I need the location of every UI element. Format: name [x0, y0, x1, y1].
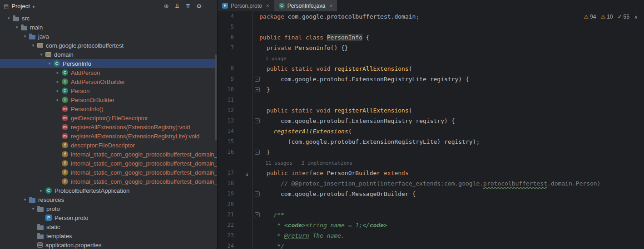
line-number[interactable]: 23 — [218, 230, 234, 241]
code-line[interactable]: 8 public static void registerAllExtensio… — [218, 63, 644, 74]
gutter[interactable] — [234, 230, 253, 241]
code-text[interactable]: // @@protoc_insertion_point(interface_ex… — [253, 178, 600, 189]
code-text[interactable]: com.google.protobuf.MessageOrBuilder { — [253, 189, 416, 199]
code-text[interactable]: public static void registerAllExtensions… — [253, 63, 412, 74]
tab-personinfo-java[interactable]: PersonInfo.java — [274, 0, 337, 11]
tree-item-addperson[interactable]: AddPerson — [0, 68, 217, 77]
chevron-right-icon[interactable] — [54, 70, 62, 75]
tree-item-internal-static-com-google-protocolbuffertest-domain-pe[interactable]: internal_static_com_google_protocolbuffe… — [0, 177, 217, 186]
chevron-up-icon[interactable] — [634, 14, 638, 20]
tree-item-templates[interactable]: templates — [0, 231, 217, 240]
tree-item-addpersonorbuilder[interactable]: AddPersonOrBuilder — [0, 77, 217, 86]
chevron-right-icon[interactable] — [54, 98, 62, 102]
line-number[interactable]: 22 — [218, 220, 234, 230]
chevron-right-icon[interactable] — [37, 188, 45, 193]
gutter[interactable] — [234, 84, 253, 95]
code-text[interactable]: * @return The name. — [253, 230, 345, 241]
tree-item-protocolbuffertestapplication[interactable]: ProtocolbuffertestApplication — [0, 186, 217, 195]
tree-item-personinfo-[interactable]: PersonInfo() — [0, 104, 217, 113]
warnings-badge[interactable]: 94 — [584, 14, 596, 20]
line-number[interactable]: 6 — [218, 32, 234, 43]
fold-icon[interactable] — [255, 77, 260, 82]
chevron-down-icon[interactable] — [37, 52, 45, 57]
code-line[interactable]: 22 * <code>string name = 1;</code> — [218, 220, 644, 230]
line-number[interactable]: 21 — [218, 210, 234, 220]
inspections-widget[interactable]: 94 10 55 — [584, 14, 638, 20]
code-line[interactable]: 15 (com.google.protobuf.ExtensionRegistr… — [218, 137, 644, 147]
gutter[interactable] — [234, 105, 253, 116]
project-title[interactable]: Project — [11, 3, 30, 10]
line-number[interactable]: 20 — [218, 199, 234, 210]
fold-icon[interactable] — [255, 87, 260, 92]
code-text[interactable]: * <code>string name = 1;</code> — [253, 220, 387, 230]
project-scrollbar[interactable] — [215, 54, 217, 141]
line-number[interactable]: 19 — [218, 189, 234, 199]
chevron-down-icon[interactable] — [33, 3, 35, 10]
code-line[interactable]: 10 } — [218, 84, 644, 95]
tree-item-person[interactable]: Person — [0, 86, 217, 95]
line-number[interactable]: 5 — [218, 22, 234, 32]
code-line[interactable]: 4package com.google.protocolbuffertest.d… — [218, 11, 644, 22]
fold-icon[interactable] — [255, 212, 260, 217]
gutter[interactable] — [234, 168, 253, 178]
code-text[interactable]: 1 usage — [253, 53, 287, 63]
gutter[interactable] — [234, 220, 253, 230]
gutter[interactable] — [234, 43, 253, 53]
gutter[interactable] — [234, 157, 253, 168]
gutter[interactable] — [234, 95, 253, 105]
code-line[interactable]: 21 /** — [218, 210, 644, 220]
tree-item-com-google-protocolbuffertest[interactable]: com.google.protocolbuffertest — [0, 41, 217, 50]
code-text[interactable]: */ — [253, 241, 284, 249]
close-icon[interactable] — [329, 3, 332, 9]
settings-icon[interactable] — [196, 3, 202, 10]
line-number[interactable]: 18 — [218, 178, 234, 189]
line-number[interactable]: 10 — [218, 84, 234, 95]
code-line[interactable]: 20 — [218, 199, 644, 210]
gutter[interactable] — [234, 11, 253, 22]
code-text[interactable] — [253, 199, 259, 210]
code-line[interactable]: 13 com.google.protobuf.ExtensionRegistry… — [218, 116, 644, 126]
tree-item-domain[interactable]: domain — [0, 50, 217, 59]
gutter[interactable] — [234, 147, 253, 157]
tree-item-proto[interactable]: proto — [0, 204, 217, 213]
chevron-right-icon[interactable] — [54, 79, 62, 84]
code-text[interactable]: public final class PersonInfo { — [253, 32, 370, 43]
code-line[interactable]: 24 */ — [218, 241, 644, 249]
gutter[interactable] — [234, 53, 253, 63]
fold-icon[interactable] — [255, 118, 260, 123]
gutter[interactable] — [234, 199, 253, 210]
line-number[interactable]: 9 — [218, 74, 234, 84]
line-number[interactable] — [218, 53, 234, 63]
line-number[interactable]: 7 — [218, 43, 234, 53]
fold-icon[interactable] — [255, 191, 260, 196]
line-number[interactable]: 11 — [218, 95, 234, 105]
code-line[interactable]: 5 — [218, 22, 644, 32]
tree-item-internal-static-com-google-protocolbuffertest-domain-ad[interactable]: internal_static_com_google_protocolbuffe… — [0, 150, 217, 159]
code-editor[interactable]: 4package com.google.protocolbuffertest.d… — [218, 11, 644, 249]
code-text[interactable]: package com.google.protocolbuffertest.do… — [253, 11, 419, 22]
chevron-down-icon[interactable] — [5, 16, 13, 20]
chevron-down-icon[interactable] — [13, 25, 21, 29]
code-text[interactable] — [253, 22, 259, 32]
tree-item-registerallextensions-extensionregistrylite-void[interactable]: registerAllExtensions(ExtensionRegistryL… — [0, 132, 217, 141]
tree-item-personinfo[interactable]: PersonInfo — [0, 59, 217, 68]
line-number[interactable]: 12 — [218, 105, 234, 116]
line-number[interactable]: 13 — [218, 116, 234, 126]
tree-item-resources[interactable]: resources — [0, 195, 217, 204]
tree-item-personorbuilder[interactable]: PersonOrBuilder — [0, 95, 217, 104]
line-number[interactable]: 24 — [218, 241, 234, 249]
chevron-down-icon[interactable] — [21, 197, 29, 202]
line-number[interactable] — [218, 157, 234, 168]
code-line[interactable]: 7 private PersonInfo() {} — [218, 43, 644, 53]
line-number[interactable]: 8 — [218, 63, 234, 74]
code-text[interactable]: private PersonInfo() {} — [253, 43, 348, 53]
close-icon[interactable] — [266, 3, 269, 9]
chevron-down-icon[interactable] — [21, 34, 29, 39]
gutter[interactable] — [234, 126, 253, 137]
code-text[interactable]: public static void registerAllExtensions… — [253, 105, 412, 116]
tree-item-internal-static-com-google-protocolbuffertest-domain-ad[interactable]: internal_static_com_google_protocolbuffe… — [0, 159, 217, 168]
tree-item-application-properties[interactable]: application.properties — [0, 240, 217, 249]
passed-badge[interactable]: 55 — [618, 14, 629, 20]
code-line[interactable]: 12 public static void registerAllExtensi… — [218, 105, 644, 116]
code-text[interactable] — [253, 95, 259, 105]
